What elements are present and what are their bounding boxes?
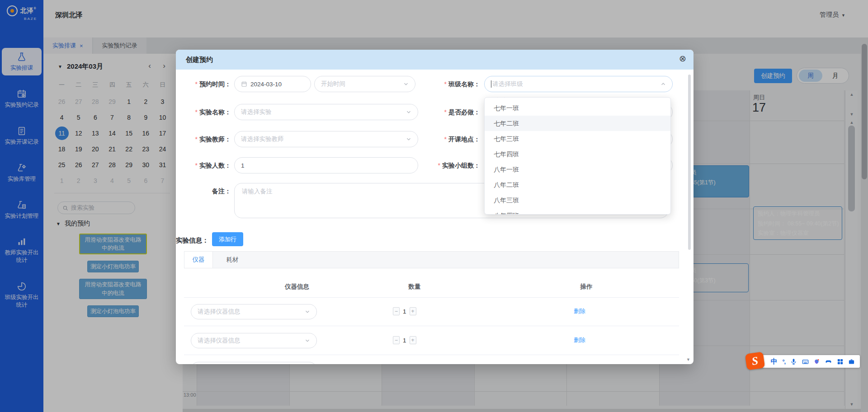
date-value: 2024-03-10 xyxy=(250,81,282,88)
keyboard-icon[interactable] xyxy=(802,358,809,365)
field-label-time: *预约时间： xyxy=(176,76,231,92)
field-label-teacher: *实验教师： xyxy=(176,131,231,147)
teacher-select[interactable]: 请选择实验教师 xyxy=(234,131,418,147)
calendar-icon xyxy=(241,81,247,87)
column-header: 数量 xyxy=(378,283,451,291)
table-row: 请选择仪器信息−1+删除 xyxy=(184,297,679,326)
quantity-value: 1 xyxy=(403,308,406,315)
minus-button[interactable]: − xyxy=(393,336,400,344)
chevron-down-icon xyxy=(305,338,310,343)
experiment-placeholder: 请选择实验 xyxy=(241,108,272,116)
class-option[interactable]: 七年二班 xyxy=(485,116,670,131)
experiment-info-label: 实验信息： xyxy=(176,236,209,245)
class-option[interactable]: 七年四班 xyxy=(485,146,670,162)
required-mark: * xyxy=(195,162,198,169)
field-label-location: *开课地点： xyxy=(421,131,480,147)
class-placeholder: 请选择班级 xyxy=(492,80,523,88)
field-label-experiment: *实验名称： xyxy=(176,104,231,120)
teacher-placeholder: 请选择实验教师 xyxy=(241,135,284,143)
punctuation-icon[interactable]: °, xyxy=(782,358,785,365)
chevron-up-icon xyxy=(660,81,666,87)
table-row: 请选择仪器信息−1+删除 xyxy=(184,326,679,355)
apps-grid-icon[interactable] xyxy=(837,358,844,365)
ime-logo[interactable]: S xyxy=(745,351,765,370)
equipment-table-body: 请选择仪器信息−1+删除请选择仪器信息−1+删除 xyxy=(184,297,679,355)
equipment-select-placeholder: 请选择仪器信息 xyxy=(198,308,241,316)
app-root: 北泽® BAZE 实验排课实验预约记录实验开课记录实验库管理实验计划管理教师实验… xyxy=(0,0,868,412)
equipment-tab-bar: 仪器 耗材 xyxy=(184,251,679,268)
field-label-class: *班级名称： xyxy=(421,76,480,92)
modal-scrollbar-thumb[interactable] xyxy=(688,75,691,250)
chinese-mode-icon[interactable]: 中 xyxy=(771,357,778,366)
class-dropdown: 七年一班七年二班七年三班七年四班八年一班八年二班八年三班八年四班 xyxy=(484,97,671,215)
plus-button[interactable]: + xyxy=(410,336,416,344)
minus-button[interactable]: − xyxy=(393,307,400,315)
plus-button[interactable]: + xyxy=(410,307,416,315)
text-cursor xyxy=(491,80,491,88)
equipment-select[interactable]: 请选择仪器信息 xyxy=(191,333,317,348)
tab-instruments[interactable]: 仪器 xyxy=(184,252,213,268)
column-header: 操作 xyxy=(550,283,623,291)
required-mark: * xyxy=(195,136,198,143)
chevron-down-icon xyxy=(305,309,310,314)
chevron-down-icon xyxy=(406,109,411,115)
class-option[interactable]: 八年四班 xyxy=(485,208,670,215)
chevron-down-icon xyxy=(406,136,411,142)
delete-row-button[interactable]: 删除 xyxy=(574,307,585,315)
class-option[interactable]: 八年二班 xyxy=(485,177,670,192)
modal-header: 创建预约 ⊗ xyxy=(176,50,693,70)
required-mark: * xyxy=(444,136,447,143)
gamepad-icon[interactable] xyxy=(825,358,832,365)
remark-placeholder: 请输入备注 xyxy=(242,188,273,195)
class-option[interactable]: 八年一班 xyxy=(485,162,670,177)
start-time-placeholder: 开始时间 xyxy=(321,80,345,88)
tab-consumables[interactable]: 耗材 xyxy=(213,252,252,268)
field-label-people: *实验人数： xyxy=(176,157,231,173)
field-label-required: *是否必做： xyxy=(421,104,480,120)
class-option[interactable]: 八年三班 xyxy=(485,192,670,208)
required-mark: * xyxy=(444,80,447,88)
people-count-input[interactable]: 1 xyxy=(234,157,418,173)
microphone-icon[interactable] xyxy=(790,358,797,365)
add-row-button[interactable]: 添加行 xyxy=(212,232,243,246)
field-label-groups: *实验小组数： xyxy=(417,157,480,173)
date-input[interactable]: 2024-03-10 xyxy=(234,76,311,92)
field-label-remark: 备注： xyxy=(176,183,231,199)
ime-pill: 中 °, xyxy=(758,355,860,368)
delete-row-button[interactable]: 删除 xyxy=(574,336,585,344)
required-mark: * xyxy=(444,108,447,116)
quantity-value: 1 xyxy=(403,337,406,344)
class-option[interactable]: 七年一班 xyxy=(485,100,670,116)
class-option[interactable]: 七年三班 xyxy=(485,131,670,146)
required-mark: * xyxy=(195,80,198,88)
quantity-stepper: −1+ xyxy=(393,336,416,344)
chevron-down-icon xyxy=(403,81,409,87)
quantity-stepper: −1+ xyxy=(393,307,416,315)
start-time-select[interactable]: 开始时间 xyxy=(314,76,415,92)
column-header: 仪器信息 xyxy=(229,283,365,291)
experiment-select[interactable]: 请选择实验 xyxy=(234,104,418,120)
equipment-select-placeholder: 请选择仪器信息 xyxy=(198,337,241,345)
required-mark: * xyxy=(438,162,440,169)
toolbox-icon[interactable] xyxy=(848,358,855,365)
close-icon[interactable]: ⊗ xyxy=(679,54,686,63)
class-select-input[interactable]: 请选择班级 xyxy=(484,76,673,92)
equipment-table-header: 仪器信息 数量 操作 xyxy=(184,283,679,292)
class-dropdown-list: 七年一班七年二班七年三班七年四班八年一班八年二班八年三班八年四班 xyxy=(485,100,670,215)
scroll-down-icon[interactable]: ▼ xyxy=(686,357,690,362)
skin-icon[interactable] xyxy=(813,358,820,365)
equipment-select[interactable]: 请选择仪器信息 xyxy=(191,304,317,319)
required-mark: * xyxy=(195,108,198,116)
people-count-value: 1 xyxy=(241,162,245,169)
modal-title: 创建预约 xyxy=(186,56,213,64)
equipment-select[interactable] xyxy=(191,362,317,364)
